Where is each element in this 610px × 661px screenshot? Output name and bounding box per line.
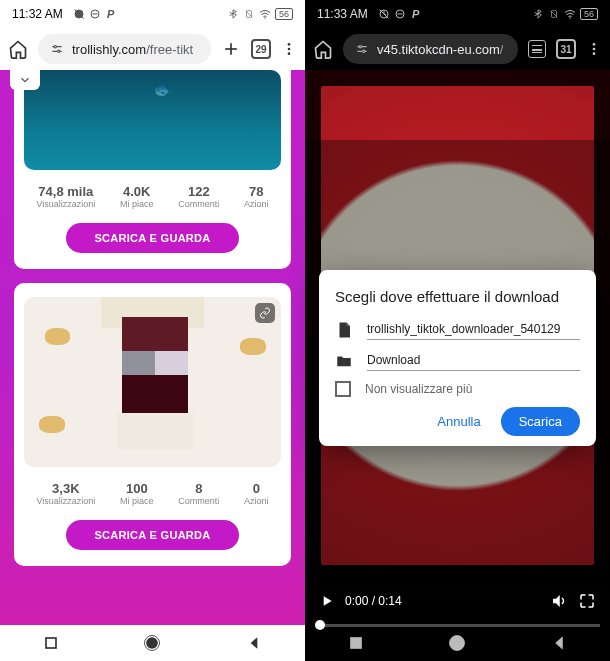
battery-indicator: 56: [580, 8, 598, 20]
download-button[interactable]: SCARICA E GUARDA: [66, 520, 238, 550]
svg-point-8: [58, 50, 60, 52]
back-button[interactable]: [549, 633, 569, 653]
actions-count: 78: [244, 184, 269, 199]
paypal-icon: P: [105, 8, 117, 20]
status-bar: 11:33 AM P 56: [305, 0, 610, 28]
svg-point-12: [288, 48, 291, 51]
paypal-icon: P: [410, 8, 422, 20]
home-icon[interactable]: [313, 39, 333, 59]
actions-count: 0: [244, 481, 269, 496]
svg-point-27: [593, 48, 596, 51]
address-bar[interactable]: v45.tiktokcdn-eu.com/: [343, 34, 518, 64]
svg-point-28: [593, 52, 596, 55]
system-navigation: [305, 625, 610, 661]
video-controls: 0:00 / 0:14: [305, 577, 610, 625]
dialog-title: Scegli dove effettuare il download: [335, 288, 580, 305]
confirm-download-button[interactable]: Scarica: [501, 407, 580, 436]
home-button[interactable]: [142, 633, 162, 653]
clock: 11:33 AM: [317, 7, 368, 21]
tune-icon: [355, 42, 369, 56]
svg-point-24: [359, 46, 361, 48]
likes-label: Mi piace: [120, 199, 154, 209]
tune-icon: [50, 42, 64, 56]
new-tab-icon[interactable]: [221, 39, 241, 59]
likes-count: 4.0K: [120, 184, 154, 199]
bluetooth-icon: [227, 8, 239, 20]
url-text: trollishly.com/free-tikt: [72, 42, 193, 57]
stats-row: 3,3KVisualizzazioni 100Mi piace 8Comment…: [24, 481, 281, 506]
no-sim-icon: [548, 8, 560, 20]
svg-point-4: [264, 17, 266, 19]
recents-button[interactable]: [346, 633, 366, 653]
views-label: Visualizzazioni: [36, 199, 95, 209]
video-thumbnail[interactable]: 🐟: [24, 70, 281, 170]
svg-point-11: [288, 43, 291, 46]
dont-show-label: Non visualizzare più: [365, 382, 472, 396]
likes-count: 100: [120, 481, 154, 496]
comments-label: Commenti: [178, 199, 219, 209]
video-player[interactable]: 0:00 / 0:14 Scegli dove effettuare il do…: [305, 70, 610, 625]
recents-button[interactable]: [41, 633, 61, 653]
progress-bar[interactable]: [315, 624, 600, 627]
dnd-icon: [89, 8, 101, 20]
address-bar[interactable]: trollishly.com/free-tikt: [38, 34, 211, 64]
clock: 11:32 AM: [12, 7, 63, 21]
actions-label: Azioni: [244, 496, 269, 506]
tab-switcher[interactable]: 29: [251, 39, 271, 59]
home-button[interactable]: [447, 633, 467, 653]
file-icon: [335, 321, 353, 339]
menu-icon[interactable]: [586, 41, 602, 57]
comments-count: 122: [178, 184, 219, 199]
wifi-icon: [564, 8, 576, 20]
no-sim-icon: [243, 8, 255, 20]
actions-label: Azioni: [244, 199, 269, 209]
comments-label: Commenti: [178, 496, 219, 506]
folder-icon: [335, 352, 353, 370]
status-bar: 11:32 AM P 56: [0, 0, 305, 28]
download-dialog: Scegli dove effettuare il download troll…: [319, 270, 596, 446]
phone-left: 11:32 AM P 56 trollishly.com/: [0, 0, 305, 661]
video-card-1: 🐟 74,8 milaVisualizzazioni 4.0KMi piace …: [14, 70, 291, 269]
dont-show-checkbox[interactable]: [335, 381, 351, 397]
link-icon[interactable]: [255, 303, 275, 323]
cancel-button[interactable]: Annulla: [429, 408, 488, 435]
svg-point-31: [450, 636, 465, 651]
fish-silhouette: 🐟: [153, 80, 173, 99]
svg-point-7: [54, 46, 56, 48]
video-thumbnail[interactable]: [24, 297, 281, 467]
browser-toolbar: v45.tiktokcdn-eu.com/ 31: [305, 28, 610, 70]
page-content: 🐟 74,8 milaVisualizzazioni 4.0KMi piace …: [0, 70, 305, 625]
play-icon[interactable]: [319, 593, 335, 609]
dnd-icon: [394, 8, 406, 20]
comments-count: 8: [178, 481, 219, 496]
volume-icon[interactable]: [550, 592, 568, 610]
views-count: 3,3K: [36, 481, 95, 496]
download-button[interactable]: SCARICA E GUARDA: [66, 223, 238, 253]
fullscreen-icon[interactable]: [578, 592, 596, 610]
back-button[interactable]: [244, 633, 264, 653]
views-label: Visualizzazioni: [36, 496, 95, 506]
svg-point-25: [363, 50, 365, 52]
bluetooth-icon: [532, 8, 544, 20]
collapse-chevron[interactable]: [10, 70, 40, 90]
svg-point-13: [288, 52, 291, 55]
likes-label: Mi piace: [120, 496, 154, 506]
stats-row: 74,8 milaVisualizzazioni 4.0KMi piace 12…: [24, 184, 281, 209]
browser-toolbar: trollishly.com/free-tikt 29: [0, 28, 305, 70]
svg-rect-14: [46, 638, 56, 648]
battery-indicator: 56: [275, 8, 293, 20]
tab-switcher[interactable]: 31: [556, 39, 576, 59]
folder-field[interactable]: Download: [367, 350, 580, 371]
phone-right: 11:33 AM P 56 v45.tiktokcdn-e: [305, 0, 610, 661]
alarm-off-icon: [73, 8, 85, 20]
video-time: 0:00 / 0:14: [345, 594, 402, 608]
reader-mode-icon[interactable]: [528, 40, 546, 58]
views-count: 74,8 mila: [36, 184, 95, 199]
menu-icon[interactable]: [281, 41, 297, 57]
alarm-off-icon: [378, 8, 390, 20]
svg-rect-29: [351, 638, 361, 648]
url-text: v45.tiktokcdn-eu.com/: [377, 42, 503, 57]
home-icon[interactable]: [8, 39, 28, 59]
svg-point-26: [593, 43, 596, 46]
filename-field[interactable]: trollishly_tiktok_downloader_540129: [367, 319, 580, 340]
